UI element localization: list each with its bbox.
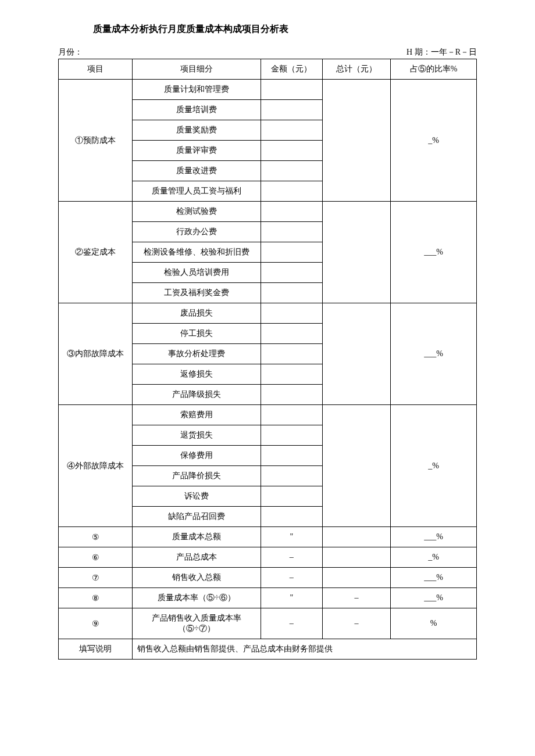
summary-amount: – (261, 608, 323, 639)
header-amount: 金额（元） (261, 59, 323, 80)
summary-total (323, 547, 391, 568)
detail-cell: 停工损失 (133, 324, 261, 344)
detail-cell: 索赔费用 (133, 405, 261, 425)
table-row: ③内部故障成本 废品损失 ___% (59, 303, 477, 324)
amount-cell (261, 466, 323, 486)
month-label: 月份： (58, 47, 83, 58)
detail-cell: 退货损失 (133, 425, 261, 446)
ratio-cell: _% (391, 80, 477, 202)
summary-label: 销售收入总额 (133, 568, 261, 588)
ratio-cell: ___% (391, 303, 477, 405)
date-label: H 期：一年－R－日 (406, 47, 477, 58)
note-label: 填写说明 (59, 639, 133, 660)
total-cell (323, 202, 391, 303)
detail-cell: 质量奖励费 (133, 120, 261, 141)
amount-cell (261, 202, 323, 222)
detail-cell: 废品损失 (133, 303, 261, 324)
detail-cell: 质量管理人员工资与福利 (133, 181, 261, 202)
document-title: 质量成本分析执行月度质量成本构成项目分析表 (93, 23, 477, 35)
detail-cell: 返修损失 (133, 364, 261, 385)
amount-cell (261, 161, 323, 181)
summary-total (323, 568, 391, 588)
table-row: ④外部故障成本 索赔费用 _% (59, 405, 477, 425)
amount-cell (261, 181, 323, 202)
amount-cell (261, 141, 323, 161)
section-1-name: ①预防成本 (59, 80, 133, 202)
detail-cell: 产品降级损失 (133, 385, 261, 405)
summary-ratio: _% (391, 547, 477, 568)
section-3-name: ③内部故障成本 (59, 303, 133, 405)
detail-cell: 检测设备维修、校验和折旧费 (133, 242, 261, 263)
summary-amount: – (261, 568, 323, 588)
amount-cell (261, 425, 323, 446)
summary-ratio: % (391, 608, 477, 639)
amount-cell (261, 385, 323, 405)
total-cell (323, 303, 391, 405)
summary-label: 产品总成本 (133, 547, 261, 568)
table-row: ①预防成本 质量计划和管理费 _% (59, 80, 477, 100)
summary-label: 产品销售收入质量成本率（⑤÷⑦） (133, 608, 261, 639)
summary-num: ⑥ (59, 547, 133, 568)
detail-cell: 产品降价损失 (133, 466, 261, 486)
meta-row: 月份： H 期：一年－R－日 (58, 47, 477, 58)
amount-cell (261, 446, 323, 466)
summary-row-7: ⑦ 销售收入总额 – ___% (59, 568, 477, 588)
note-row: 填写说明 销售收入总额由销售部提供、产品总成本由财务部提供 (59, 639, 477, 660)
amount-cell (261, 324, 323, 344)
amount-cell (261, 507, 323, 527)
detail-cell: 质量评审费 (133, 141, 261, 161)
detail-cell: 检验人员培训费用 (133, 263, 261, 283)
detail-cell: 保修费用 (133, 446, 261, 466)
amount-cell (261, 344, 323, 364)
amount-cell (261, 120, 323, 141)
total-cell (323, 80, 391, 202)
summary-num: ⑧ (59, 588, 133, 608)
note-text: 销售收入总额由销售部提供、产品总成本由财务部提供 (133, 639, 477, 660)
detail-cell: 行政办公费 (133, 222, 261, 242)
amount-cell (261, 405, 323, 425)
detail-cell: 质量改进费 (133, 161, 261, 181)
header-detail: 项目细分 (133, 59, 261, 80)
summary-row-9: ⑨ 产品销售收入质量成本率（⑤÷⑦） – – % (59, 608, 477, 639)
ratio-cell: _% (391, 405, 477, 527)
detail-cell: 质量计划和管理费 (133, 80, 261, 100)
ratio-cell: ___% (391, 202, 477, 303)
summary-row-8: ⑧ 质量成本率（⑤÷⑥） " – ___% (59, 588, 477, 608)
section-4-name: ④外部故障成本 (59, 405, 133, 527)
section-2-name: ②鉴定成本 (59, 202, 133, 303)
table-row: ②鉴定成本 检测试验费 ___% (59, 202, 477, 222)
summary-label: 质量成本率（⑤÷⑥） (133, 588, 261, 608)
detail-cell: 诉讼费 (133, 486, 261, 507)
summary-row-6: ⑥ 产品总成本 – _% (59, 547, 477, 568)
summary-amount: – (261, 547, 323, 568)
summary-label: 质量成本总额 (133, 527, 261, 547)
summary-total: – (323, 608, 391, 639)
amount-cell (261, 364, 323, 385)
detail-cell: 质量培训费 (133, 100, 261, 120)
summary-amount: " (261, 527, 323, 547)
summary-num: ⑨ (59, 608, 133, 639)
amount-cell (261, 242, 323, 263)
detail-cell: 事故分析处理费 (133, 344, 261, 364)
total-cell (323, 405, 391, 527)
detail-cell: 缺陷产品召回费 (133, 507, 261, 527)
summary-row-5: ⑤ 质量成本总额 " ___% (59, 527, 477, 547)
header-project: 项目 (59, 59, 133, 80)
summary-ratio: ___% (391, 568, 477, 588)
amount-cell (261, 303, 323, 324)
header-total: 总计（元） (323, 59, 391, 80)
header-ratio: 占⑤的比率% (391, 59, 477, 80)
summary-total (323, 527, 391, 547)
amount-cell (261, 222, 323, 242)
summary-ratio: ___% (391, 527, 477, 547)
summary-total: – (323, 588, 391, 608)
detail-cell: 检测试验费 (133, 202, 261, 222)
amount-cell (261, 100, 323, 120)
summary-num: ⑦ (59, 568, 133, 588)
amount-cell (261, 263, 323, 283)
summary-ratio: ___% (391, 588, 477, 608)
amount-cell (261, 283, 323, 303)
detail-cell: 工资及福利奖金费 (133, 283, 261, 303)
summary-num: ⑤ (59, 527, 133, 547)
analysis-table: 项目 项目细分 金额（元） 总计（元） 占⑤的比率% ①预防成本 质量计划和管理… (58, 59, 477, 660)
